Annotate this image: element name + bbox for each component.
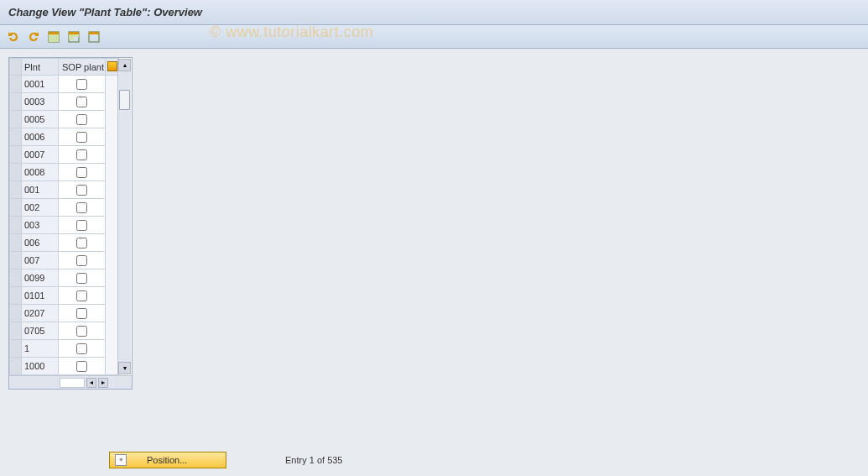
cell-plnt[interactable]: 002 [22,199,59,217]
cell-plnt[interactable]: 1 [22,340,59,358]
sop-checkbox[interactable] [76,202,87,213]
select-all-icon[interactable] [45,29,62,45]
row-select[interactable] [10,340,22,358]
table-row: 0008 [10,164,119,181]
hscroll-left-icon[interactable]: ◂ [86,378,96,388]
table-row: 0207 [10,305,119,322]
redo-icon[interactable] [25,29,42,45]
toolbar: © www.tutorialkart.com [0,25,868,49]
cell-plnt[interactable]: 0001 [22,76,59,93]
cell-sop [59,199,106,217]
sop-checkbox[interactable] [76,343,87,354]
footer: ⌖ Position... Entry 1 of 535 [109,452,343,468]
table-row: 0007 [10,146,119,164]
table-row: 0705 [10,322,119,340]
table-row: 0003 [10,93,119,111]
deselect-all-icon[interactable] [86,29,102,45]
entry-count: Entry 1 of 535 [285,455,343,465]
title-bar: Change View "Plant Table": Overview [0,0,868,25]
row-select[interactable] [10,287,22,305]
row-select[interactable] [10,111,22,128]
sop-checkbox[interactable] [76,273,87,284]
cell-plnt[interactable]: 0007 [22,146,59,164]
cell-sop [59,217,106,234]
cell-plnt[interactable]: 0006 [22,128,59,146]
cell-plnt[interactable]: 003 [22,217,59,234]
vscroll-up-icon[interactable]: ▴ [118,59,131,71]
sop-checkbox[interactable] [76,79,87,90]
row-select[interactable] [10,93,22,111]
sop-checkbox[interactable] [76,185,87,196]
svg-rect-3 [49,37,59,39]
row-select[interactable] [10,252,22,269]
row-select[interactable] [10,322,22,340]
svg-rect-7 [69,34,79,37]
col-header-plnt[interactable]: Plnt [22,59,59,76]
sop-checkbox[interactable] [76,114,87,125]
cell-sop [59,234,106,252]
cell-plnt[interactable]: 006 [22,234,59,252]
row-select[interactable] [10,358,22,375]
sop-checkbox[interactable] [76,308,87,319]
cell-sop [59,181,106,199]
sop-checkbox[interactable] [76,132,87,143]
table-row: 1 [10,340,119,358]
sop-checkbox[interactable] [76,220,87,231]
row-select[interactable] [10,217,22,234]
undo-icon[interactable] [5,29,22,45]
cell-plnt[interactable]: 0207 [22,305,59,322]
cell-plnt[interactable]: 0099 [22,269,59,287]
row-select[interactable] [10,234,22,252]
row-select[interactable] [10,146,22,164]
page-title: Change View "Plant Table": Overview [8,6,202,18]
cell-plnt[interactable]: 1000 [22,358,59,375]
cell-sop [59,322,106,340]
row-select[interactable] [10,128,22,146]
cell-plnt[interactable]: 0003 [22,93,59,111]
row-select[interactable] [10,181,22,199]
row-select[interactable] [10,76,22,93]
cell-plnt[interactable]: 007 [22,252,59,269]
row-select[interactable] [10,269,22,287]
sop-checkbox[interactable] [76,238,87,248]
cell-plnt[interactable]: 0005 [22,111,59,128]
vscroll-down-icon[interactable]: ▾ [118,362,131,374]
table-row: 0001 [10,76,119,93]
hscroll-right-icon[interactable]: ▸ [98,378,108,388]
col-header-select[interactable] [10,59,22,76]
cell-sop [59,146,106,164]
table-row: 007 [10,252,119,269]
vscroll-track[interactable] [118,71,131,362]
col-header-sop[interactable]: SOP plant [59,59,106,76]
sop-checkbox[interactable] [76,255,87,266]
position-icon: ⌖ [115,454,127,466]
select-block-icon[interactable] [65,29,82,45]
cell-sop [59,358,106,375]
vscroll-thumb[interactable] [119,90,130,110]
plant-table: Plnt SOP plant 0001000300050006000700080… [8,57,133,390]
table-row: 006 [10,234,119,252]
position-label: Position... [147,455,187,465]
svg-rect-1 [49,32,59,34]
row-select[interactable] [10,199,22,217]
row-select[interactable] [10,164,22,181]
cell-plnt[interactable]: 0101 [22,287,59,305]
sop-checkbox[interactable] [76,361,87,372]
sop-checkbox[interactable] [76,326,87,337]
svg-rect-6 [69,32,79,34]
cell-sop [59,128,106,146]
sop-checkbox[interactable] [76,167,87,178]
svg-rect-8 [69,37,74,39]
hscroll-track[interactable] [60,378,85,388]
sop-checkbox[interactable] [76,149,87,160]
table-row: 003 [10,217,119,234]
position-button[interactable]: ⌖ Position... [109,452,226,468]
cell-plnt[interactable]: 0705 [22,322,59,340]
cell-sop [59,252,106,269]
table-settings-icon[interactable] [107,61,117,71]
cell-plnt[interactable]: 0008 [22,164,59,181]
cell-plnt[interactable]: 001 [22,181,59,199]
sop-checkbox[interactable] [76,290,87,301]
row-select[interactable] [10,305,22,322]
sop-checkbox[interactable] [76,97,87,107]
